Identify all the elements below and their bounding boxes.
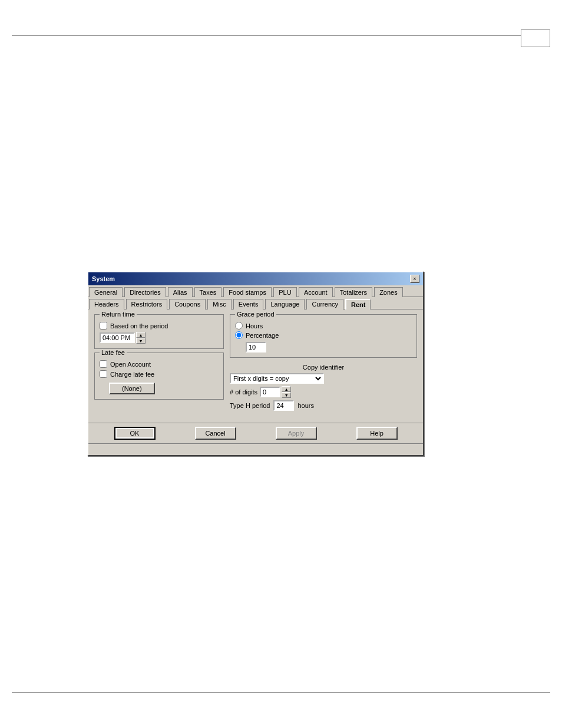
tab-taxes[interactable]: Taxes — [194, 287, 222, 297]
close-button[interactable]: × — [410, 275, 419, 283]
copy-identifier-section: Copy identifier First x digits = copy La… — [230, 361, 417, 413]
tab-alias[interactable]: Alias — [168, 287, 193, 297]
return-time-title: Return time — [100, 311, 137, 318]
late-fee-group: Late fee Open Account Charge late fee (N… — [94, 353, 224, 400]
tab-row-2: Headers Restrictors Coupons Misc Events … — [88, 297, 423, 309]
status-bar — [88, 443, 423, 455]
percentage-radio-row: Percentage — [235, 331, 412, 339]
typeh-input[interactable] — [273, 400, 294, 411]
main-area: Return time Based on the period 04:00 PM… — [94, 314, 417, 413]
tab-account[interactable]: Account — [299, 287, 333, 297]
time-input[interactable]: 04:00 PM — [100, 332, 135, 343]
apply-button[interactable]: Apply — [276, 427, 317, 440]
typeh-row: Type H period hours — [230, 400, 417, 411]
charge-late-fee-checkbox[interactable] — [100, 370, 107, 378]
grace-period-group: Grace period Hours Percentage 10 — [230, 314, 417, 358]
copy-identifier-title: Copy identifier — [230, 364, 417, 371]
copy-select-row: First x digits = copy Last x digits = co… — [230, 373, 417, 384]
tab-currency[interactable]: Currency — [306, 299, 343, 309]
tab-plu[interactable]: PLU — [273, 287, 297, 297]
tab-coupons[interactable]: Coupons — [169, 299, 206, 309]
percentage-label: Percentage — [246, 332, 279, 339]
title-bar: System × — [88, 272, 423, 285]
time-row: 04:00 PM ▲ ▼ — [100, 332, 219, 344]
page-corner-box — [521, 29, 550, 47]
system-dialog: System × General Directories Alias Taxes… — [87, 271, 424, 456]
digits-up-button[interactable]: ▲ — [282, 386, 291, 392]
late-fee-title: Late fee — [100, 349, 127, 356]
tab-row-1: General Directories Alias Taxes Food sta… — [88, 285, 423, 297]
tab-restrictors[interactable]: Restrictors — [126, 299, 168, 309]
tab-headers[interactable]: Headers — [89, 299, 124, 309]
typeh-suffix: hours — [297, 402, 314, 409]
time-down-button[interactable]: ▼ — [136, 338, 146, 344]
tab-language[interactable]: Language — [265, 299, 305, 309]
based-on-period-row: Based on the period — [100, 322, 219, 330]
time-spinner: ▲ ▼ — [136, 332, 146, 344]
ok-button[interactable]: OK — [114, 427, 156, 440]
tab-directories[interactable]: Directories — [124, 287, 166, 297]
digits-spinner: ▲ ▼ — [282, 386, 291, 398]
digits-down-button[interactable]: ▼ — [282, 392, 291, 398]
digits-row: # of digits ▲ ▼ — [230, 386, 417, 398]
cancel-button[interactable]: Cancel — [195, 427, 236, 440]
hours-radio-row: Hours — [235, 322, 412, 330]
charge-late-fee-row: Charge late fee — [100, 370, 219, 378]
grace-period-title: Grace period — [235, 311, 276, 318]
button-bar: OK Cancel Apply Help — [88, 423, 423, 443]
dialog-title: System — [92, 275, 115, 282]
tab-rent[interactable]: Rent — [345, 299, 371, 309]
page-bottom-line — [12, 692, 550, 693]
charge-late-fee-label: Charge late fee — [110, 371, 154, 378]
dialog-content: Return time Based on the period 04:00 PM… — [88, 309, 423, 423]
tab-events[interactable]: Events — [233, 299, 264, 309]
percentage-radio[interactable] — [235, 331, 243, 339]
tab-misc[interactable]: Misc — [207, 299, 232, 309]
open-account-row: Open Account — [100, 360, 219, 368]
tab-totalizers[interactable]: Totalizers — [335, 287, 372, 297]
left-column: Return time Based on the period 04:00 PM… — [94, 314, 224, 413]
open-account-checkbox[interactable] — [100, 360, 107, 368]
based-on-period-checkbox[interactable] — [100, 322, 107, 330]
right-column: Grace period Hours Percentage 10 Copy id… — [230, 314, 417, 413]
tab-general[interactable]: General — [89, 287, 123, 297]
typeh-label: Type H period — [230, 402, 270, 409]
hours-radio[interactable] — [235, 322, 243, 330]
hours-label: Hours — [246, 322, 263, 330]
return-time-group: Return time Based on the period 04:00 PM… — [94, 314, 224, 349]
percentage-value-input[interactable]: 10 — [246, 342, 266, 353]
based-on-period-label: Based on the period — [110, 322, 168, 330]
tab-zones[interactable]: Zones — [374, 287, 403, 297]
page-top-line — [12, 35, 550, 36]
digits-label: # of digits — [230, 388, 257, 396]
tab-food-stamps[interactable]: Food stamps — [223, 287, 272, 297]
help-button[interactable]: Help — [356, 427, 398, 440]
copy-identifier-dropdown[interactable]: First x digits = copy Last x digits = co… — [230, 373, 324, 384]
digits-input[interactable] — [260, 387, 280, 397]
none-button[interactable]: (None) — [109, 383, 155, 394]
open-account-label: Open Account — [110, 361, 151, 368]
time-up-button[interactable]: ▲ — [136, 332, 146, 338]
